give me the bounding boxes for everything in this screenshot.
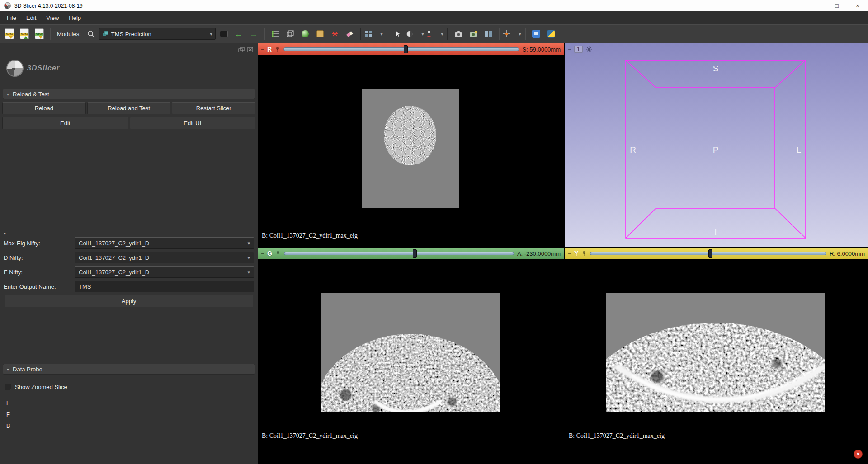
back-icon[interactable]: ← [232, 27, 245, 41]
segment-editor-icon[interactable] [343, 27, 357, 41]
collapse-controller-icon[interactable]: − [261, 250, 264, 257]
yellow-slider-handle[interactable] [708, 249, 712, 258]
maximize-button[interactable]: □ [826, 0, 847, 11]
slicer-logo-icon [6, 60, 24, 77]
pin-icon[interactable] [581, 251, 587, 257]
green-view-letter: G [267, 250, 272, 257]
red-slice-offset: S: 59.0000mm [522, 46, 561, 53]
markups-icon[interactable] [269, 27, 282, 41]
minimize-button[interactable]: – [806, 0, 826, 11]
module-history-icon[interactable] [217, 27, 231, 41]
red-slider-handle[interactable] [404, 45, 408, 53]
layout-icon[interactable]: ▾ [365, 27, 383, 41]
d-nifty-value: Coil1_137027_C2_ydir1_D [79, 254, 149, 261]
yellow-slice-slider[interactable] [590, 250, 826, 257]
python-console-icon[interactable] [544, 27, 558, 41]
module-selected-label: TMS Prediction [111, 31, 151, 37]
axis-label-p: P [713, 145, 719, 155]
error-log-icon[interactable]: × [854, 450, 863, 459]
place-fiducial-icon[interactable]: ▾ [425, 27, 443, 41]
chevron-down-icon: ▾ [247, 255, 250, 261]
undock-panel-icon[interactable] [238, 47, 245, 52]
close-button[interactable]: × [847, 0, 868, 11]
section-reload-test[interactable]: ▾ Reload & Test [3, 89, 255, 99]
red-slice-view[interactable]: − R S: 59.0000mm [258, 43, 564, 247]
green-volume-label: B: Coil1_137027_C2_ydir1_max_eig [262, 432, 358, 440]
module-selector[interactable]: TMS Prediction ▾ [99, 28, 216, 40]
transforms-icon[interactable] [328, 27, 342, 41]
models-icon[interactable] [298, 27, 312, 41]
window-level-icon[interactable]: ▾ [406, 27, 424, 41]
compare-views-icon[interactable] [481, 27, 495, 41]
menu-file[interactable]: File [2, 11, 21, 24]
threed-view-name[interactable]: 1 [574, 46, 583, 53]
red-view-letter: R [267, 46, 272, 53]
edit-ui-button[interactable]: Edit UI [130, 117, 256, 129]
d-nifty-combobox[interactable]: Coil1_137027_C2_ydir1_D ▾ [75, 252, 254, 263]
green-slice-image[interactable] [258, 259, 564, 445]
collapse-icon: ▾ [7, 92, 9, 97]
menu-view[interactable]: View [41, 11, 64, 24]
threed-view-controller: − 1 [568, 46, 592, 53]
extensions-icon[interactable] [529, 27, 543, 41]
reload-and-test-button[interactable]: Reload and Test [87, 102, 171, 114]
output-name-input[interactable]: TMS [75, 281, 254, 292]
volume-rendering-icon[interactable] [283, 27, 297, 41]
module-search-icon[interactable] [84, 27, 98, 41]
scene-views-icon[interactable] [467, 27, 480, 41]
close-panel-icon[interactable] [247, 47, 253, 52]
red-slice-controller: − R S: 59.0000mm [258, 43, 564, 55]
green-slice-slider[interactable] [284, 250, 514, 257]
toolbar-separator [360, 28, 361, 40]
green-slider-handle[interactable] [413, 249, 417, 258]
chevron-down-icon: ▾ [421, 31, 424, 37]
green-slice-view[interactable]: − G A: -230.0000mm [258, 248, 564, 445]
restart-slicer-button[interactable]: Restart Slicer [172, 102, 255, 114]
max-eig-combobox[interactable]: Coil1_137027_C2_ydir1_D ▾ [75, 237, 254, 249]
pin-icon[interactable] [275, 251, 281, 257]
slicer-logo-text: 3DSlicer [27, 64, 60, 72]
probe-row-l: L [6, 398, 258, 409]
e-nifty-combobox[interactable]: Coil1_137027_C2_ydir1_D ▾ [75, 266, 254, 278]
load-data-icon[interactable]: DATA [3, 27, 16, 41]
axis-label-l: L [797, 145, 802, 155]
threed-view[interactable]: S R P L I − 1 [565, 43, 868, 247]
welcome-icon[interactable] [313, 27, 327, 41]
chevron-down-icon: ▾ [519, 31, 521, 37]
yellow-slice-view[interactable]: − Y R: 6.0000mm [565, 248, 868, 445]
section-data-probe[interactable]: ▾ Data Probe [3, 364, 255, 375]
threed-cube: S R P L I [565, 43, 868, 247]
chevron-down-icon: ▾ [247, 269, 250, 275]
menu-help[interactable]: Help [64, 11, 86, 24]
menu-edit[interactable]: Edit [21, 11, 41, 24]
red-slice-slider[interactable] [283, 46, 519, 52]
axis-label-i: I [714, 227, 717, 237]
show-zoomed-slice-checkbox[interactable] [5, 384, 11, 390]
yellow-slice-offset: R: 6.0000mm [830, 250, 865, 257]
crosshair-icon[interactable]: ▾ [503, 27, 521, 41]
add-data-icon[interactable]: DATA [18, 27, 31, 41]
green-slice-offset: A: -230.0000mm [517, 250, 561, 257]
collapse-controller-icon[interactable]: − [568, 46, 571, 52]
save-data-icon[interactable]: SAVE [33, 27, 46, 41]
screenshot-icon[interactable] [452, 27, 465, 41]
yellow-slice-image[interactable] [565, 259, 868, 445]
max-eig-value: Coil1_137027_C2_ydir1_D [79, 240, 149, 247]
collapse-icon[interactable]: ▾ [4, 231, 258, 237]
view-options-icon[interactable] [586, 46, 592, 52]
toolbar-separator [525, 28, 526, 40]
apply-button[interactable]: Apply [5, 295, 253, 307]
mouse-pointer-icon[interactable] [391, 27, 405, 41]
chevron-down-icon: ▾ [210, 31, 212, 37]
forward-icon[interactable]: → [247, 27, 260, 41]
edit-button[interactable]: Edit [2, 117, 128, 129]
collapse-controller-icon[interactable]: − [568, 250, 571, 257]
probe-row-b: B [6, 420, 258, 431]
collapse-controller-icon[interactable]: − [261, 46, 264, 52]
chevron-down-icon: ▾ [441, 31, 443, 37]
red-slice-image[interactable] [258, 55, 564, 247]
yellow-view-letter: Y [574, 250, 578, 257]
reload-button[interactable]: Reload [2, 102, 86, 114]
d-nifty-label: D Nifty: [4, 254, 75, 261]
pin-icon[interactable] [275, 47, 280, 52]
